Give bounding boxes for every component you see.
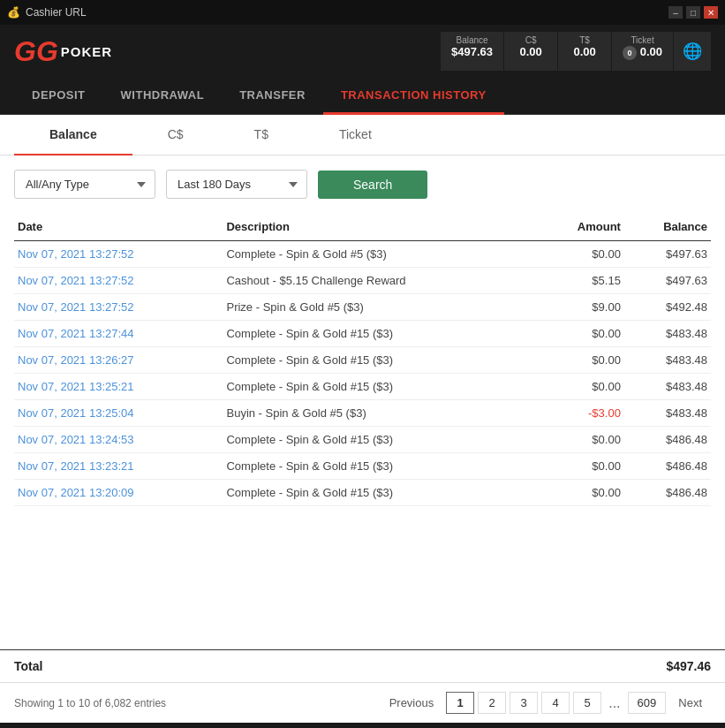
cell-description: Complete - Spin & Gold #15 ($3) [223,374,539,400]
filter-row: All/Any Type Deposit Withdrawal Transfer… [0,155,725,213]
nav-withdrawal[interactable]: WITHDRAWAL [103,78,223,115]
page-3-button[interactable]: 3 [510,692,538,714]
tab-cs[interactable]: C$ [132,115,219,155]
transaction-table: Date Description Amount Balance Nov 07, … [14,213,711,506]
table-row: Nov 07, 2021 13:26:27Complete - Spin & G… [14,347,711,374]
balance-value: $497.63 [451,45,493,58]
ts-label: T$ [569,35,600,45]
tab-ticket[interactable]: Ticket [304,115,407,155]
total-amount: $497.46 [666,659,711,673]
table-row: Nov 07, 2021 13:27:52Complete - Spin & G… [14,241,711,268]
title-bar: 💰 Cashier URL – □ ✕ [0,0,725,25]
balance-label: Balance [451,35,493,45]
cell-balance: $483.48 [624,347,711,374]
total-label: Total [14,659,42,673]
table-row: Nov 07, 2021 13:20:09Complete - Spin & G… [14,480,711,506]
window-icon: 💰 [7,6,20,19]
page-1-button[interactable]: 1 [446,692,474,714]
period-filter[interactable]: Last 180 Days Last 30 Days Last 7 Days T… [166,170,307,199]
transaction-table-container: Date Description Amount Balance Nov 07, … [0,213,725,649]
search-button[interactable]: Search [318,171,427,199]
pagination-controls: Previous 1 2 3 4 5 ... 609 Next [381,692,711,714]
tab-ts[interactable]: T$ [219,115,304,155]
page-5-button[interactable]: 5 [573,692,601,714]
cell-balance: $497.63 [624,268,711,294]
logo: GG POKER [14,37,112,65]
page-2-button[interactable]: 2 [478,692,506,714]
cell-date: Nov 07, 2021 13:27:52 [14,241,223,268]
stat-cs: C$ 0.00 [504,32,557,71]
cell-date: Nov 07, 2021 13:23:21 [14,453,223,480]
table-row: Nov 07, 2021 13:23:21Complete - Spin & G… [14,453,711,480]
ticket-badge: 0 [623,46,637,60]
page-609-button[interactable]: 609 [628,692,667,714]
previous-button[interactable]: Previous [381,693,443,713]
col-header-balance: Balance [624,213,711,241]
cell-description: Complete - Spin & Gold #15 ($3) [223,427,539,453]
cell-balance: $486.48 [624,427,711,453]
total-row: Total $497.46 [0,649,725,682]
cell-balance: $483.48 [624,374,711,400]
close-button[interactable]: ✕ [704,6,718,19]
next-button[interactable]: Next [669,693,711,713]
cell-date: Nov 07, 2021 13:27:52 [14,268,223,294]
table-row: Nov 07, 2021 13:25:21Complete - Spin & G… [14,374,711,400]
col-header-description: Description [223,213,539,241]
col-header-date: Date [14,213,223,241]
stat-balance: Balance $497.63 [441,32,503,71]
window-title: Cashier URL [26,6,87,19]
cs-value: 0.00 [515,45,547,58]
cell-amount: $0.00 [539,241,624,268]
cell-description: Cashout - $5.15 Challenge Reward [223,268,539,294]
cell-date: Nov 07, 2021 13:25:04 [14,400,223,427]
stat-ts: T$ 0.00 [558,32,611,71]
cell-balance: $486.48 [624,453,711,480]
cell-amount: $0.00 [539,347,624,374]
cell-date: Nov 07, 2021 13:24:53 [14,427,223,453]
language-button[interactable]: 🌐 [674,32,711,71]
minimize-button[interactable]: – [668,6,683,19]
maximize-button[interactable]: □ [686,6,700,19]
cell-description: Complete - Spin & Gold #5 ($3) [223,241,539,268]
cell-balance: $483.48 [624,400,711,427]
ticket-label: Ticket [623,35,662,45]
cell-amount: $9.00 [539,294,624,321]
nav-deposit[interactable]: DEPOSIT [14,78,103,115]
table-row: Nov 07, 2021 13:24:53Complete - Spin & G… [14,427,711,453]
sub-tabs: Balance C$ T$ Ticket [0,115,725,155]
cell-description: Complete - Spin & Gold #15 ($3) [223,453,539,480]
page-ellipsis: ... [605,695,623,711]
header-stats: Balance $497.63 C$ 0.00 T$ 0.00 Ticket 0… [441,32,711,71]
main-content: Balance C$ T$ Ticket All/Any Type Deposi… [0,115,725,723]
ticket-value: 0 0.00 [623,45,662,60]
cell-amount: $0.00 [539,453,624,480]
tab-balance[interactable]: Balance [14,115,132,155]
logo-gg: GG [14,37,58,65]
cell-date: Nov 07, 2021 13:27:52 [14,294,223,321]
table-row: Nov 07, 2021 13:25:04Buyin - Spin & Gold… [14,400,711,427]
ts-value: 0.00 [569,45,600,58]
cell-balance: $483.48 [624,321,711,347]
showing-text: Showing 1 to 10 of 6,082 entries [14,697,166,709]
pagination: Showing 1 to 10 of 6,082 entries Previou… [0,682,725,723]
table-row: Nov 07, 2021 13:27:52Prize - Spin & Gold… [14,294,711,321]
cell-description: Complete - Spin & Gold #15 ($3) [223,321,539,347]
nav-transfer[interactable]: TRANSFER [222,78,323,115]
cell-description: Prize - Spin & Gold #5 ($3) [223,294,539,321]
type-filter[interactable]: All/Any Type Deposit Withdrawal Transfer… [14,170,155,199]
cell-date: Nov 07, 2021 13:20:09 [14,480,223,506]
cell-description: Complete - Spin & Gold #15 ($3) [223,347,539,374]
nav-transaction-history[interactable]: TRANSACTION HISTORY [323,78,504,115]
header: GG POKER Balance $497.63 C$ 0.00 T$ 0.00… [0,25,725,78]
table-row: Nov 07, 2021 13:27:52Cashout - $5.15 Cha… [14,268,711,294]
cell-balance: $492.48 [624,294,711,321]
cell-amount: -$3.00 [539,400,624,427]
cell-date: Nov 07, 2021 13:25:21 [14,374,223,400]
table-row: Nov 07, 2021 13:27:44Complete - Spin & G… [14,321,711,347]
logo-poker: POKER [61,44,112,59]
cell-balance: $486.48 [624,480,711,506]
page-4-button[interactable]: 4 [541,692,570,714]
cell-amount: $5.15 [539,268,624,294]
cell-description: Complete - Spin & Gold #15 ($3) [223,480,539,506]
cell-description: Buyin - Spin & Gold #5 ($3) [223,400,539,427]
